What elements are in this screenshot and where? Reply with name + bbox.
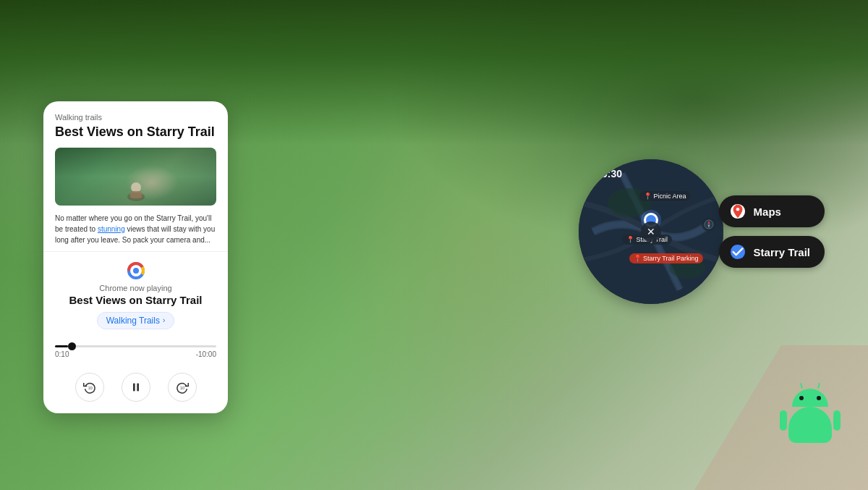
progress-bar[interactable] <box>55 345 216 347</box>
android-body <box>788 407 832 443</box>
map-close-button[interactable]: ✕ <box>641 221 661 242</box>
android-eye-left <box>799 396 804 400</box>
chrome-playing-section: Chrome now playing Best Views on Starry … <box>43 261 228 345</box>
compass-icon <box>704 219 714 229</box>
svg-point-16 <box>736 208 739 211</box>
svg-text:10: 10 <box>88 386 92 390</box>
card-divider <box>43 251 228 252</box>
article-image <box>55 148 216 206</box>
android-arm-right <box>833 410 841 431</box>
article-category: Walking trails <box>55 113 216 122</box>
svg-rect-8 <box>133 383 135 391</box>
chevron-right-icon: › <box>163 316 165 324</box>
forward-icon: 10 <box>176 381 189 394</box>
category-pill[interactable]: Walking Trails › <box>97 312 175 329</box>
progress-remaining: -10:00 <box>196 350 216 358</box>
progress-times: 0:10 -10:00 <box>55 350 216 358</box>
progress-fill <box>55 345 68 347</box>
starry-trail-chip-label: Starry Trail <box>754 246 810 258</box>
pause-icon <box>130 381 142 393</box>
svg-text:10: 10 <box>180 386 184 390</box>
progress-section: 0:10 -10:00 <box>43 345 228 366</box>
category-pill-label: Walking Trails <box>106 316 160 326</box>
map-container: 🌤 9:30 📍 Picnic Area 📍 Starry Trail 📍 St… <box>579 159 723 304</box>
map-time: 🌤 9:30 <box>590 168 622 179</box>
app-chips-container: Maps Starry Trail <box>719 195 825 268</box>
article-figure <box>122 177 150 202</box>
chrome-label: Chrome now playing <box>55 284 216 292</box>
article-title: Best Views on Starry Trail <box>55 124 216 140</box>
starry-trail-chip[interactable]: Starry Trail <box>719 236 825 268</box>
chrome-icon <box>126 261 146 281</box>
picnic-area-label: 📍 Picnic Area <box>639 191 691 201</box>
android-head <box>792 389 828 407</box>
progress-thumb <box>68 342 76 350</box>
media-card: Walking trails Best Views on Starry Trai… <box>43 101 228 413</box>
picnic-area-pin: 📍 Picnic Area <box>639 191 691 203</box>
map-circle: 🌤 9:30 📍 Picnic Area 📍 Starry Trail 📍 St… <box>579 159 723 304</box>
map-compass <box>702 217 716 232</box>
article-highlight: stunning <box>98 225 125 233</box>
pause-button[interactable] <box>122 373 150 402</box>
parking-pin: 📍 Starry Trail Parking <box>629 253 703 263</box>
progress-current: 0:10 <box>55 350 69 358</box>
playback-controls: 10 10 <box>43 366 228 413</box>
weather-icon: 🌤 <box>590 169 599 179</box>
forward-button[interactable]: 10 <box>168 373 197 402</box>
rewind-icon: 10 <box>83 381 96 394</box>
article-body: No matter where you go on the Starry Tra… <box>55 213 216 245</box>
android-eye-right <box>817 396 821 400</box>
svg-point-1 <box>131 182 141 193</box>
maps-icon <box>729 203 746 220</box>
parking-label: 📍 Starry Trail Parking <box>629 253 703 263</box>
svg-point-6 <box>133 268 139 274</box>
svg-rect-9 <box>137 383 139 391</box>
time-display: 9:30 <box>602 168 622 179</box>
svg-rect-2 <box>130 191 142 198</box>
maps-chip[interactable]: Maps <box>719 195 825 227</box>
rewind-button[interactable]: 10 <box>75 373 104 402</box>
maps-chip-label: Maps <box>754 206 781 218</box>
android-mascot <box>781 389 839 447</box>
starry-trail-icon <box>729 243 746 261</box>
chrome-title: Best Views on Starry Trail <box>55 294 216 306</box>
android-arm-left <box>780 410 787 431</box>
